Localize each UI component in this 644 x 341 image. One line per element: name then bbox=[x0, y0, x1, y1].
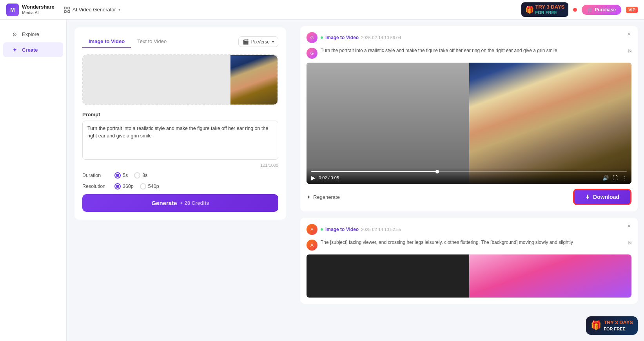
more-options-icon[interactable]: ⋮ bbox=[622, 175, 627, 181]
model-selector[interactable]: 🎬 PixVerse ▾ bbox=[238, 36, 278, 47]
duration-label: Duration bbox=[82, 173, 110, 178]
controls-row: ▶ 0:02 / 0:05 🔊 ⛶ ⋮ bbox=[311, 175, 627, 181]
generate-button[interactable]: Generate + 20 Credits bbox=[82, 194, 278, 212]
video-preview2-right bbox=[469, 254, 632, 298]
result2-header: A Image to Video 2025-02-14 10:52:55 bbox=[307, 224, 631, 235]
svg-rect-1 bbox=[68, 7, 70, 9]
controls-left: ▶ 0:02 / 0:05 bbox=[311, 175, 339, 181]
cart-icon: 🛒 bbox=[587, 7, 593, 13]
download-icon: ⬇ bbox=[585, 194, 590, 200]
try-corner-banner[interactable]: 🎁 TRY 3 DAYS FOR FREE bbox=[586, 316, 638, 335]
try-banner-text: TRY 3 DAYS FOR FREE bbox=[535, 4, 565, 15]
main-layout: ⊙ Explore ✦ Create Image to Video Text t… bbox=[0, 20, 644, 341]
result2-type-label: Image to Video bbox=[325, 227, 359, 232]
resolution-360p[interactable]: 360p bbox=[114, 183, 134, 189]
duration-5s[interactable]: 5s bbox=[114, 172, 128, 179]
progress-bar[interactable] bbox=[311, 171, 627, 172]
grid-icon bbox=[64, 7, 70, 13]
purchase-label: Purchase bbox=[595, 7, 616, 13]
result1-meta: Image to Video 2025-02-14 10:56:04 bbox=[321, 35, 401, 40]
sidebar-item-create[interactable]: ✦ Create bbox=[3, 42, 63, 57]
video-painting bbox=[469, 63, 632, 184]
resolution-label: Resolution bbox=[82, 184, 110, 189]
result1-prompt-text: Turn the portrait into a realistic style… bbox=[321, 48, 625, 53]
duration-row: Duration 5s 8s bbox=[82, 172, 278, 179]
nav-label: AI Video Generator bbox=[73, 7, 116, 13]
resolution-row: Resolution 360p 540p bbox=[82, 183, 278, 189]
tab-image-to-video[interactable]: Image to Video bbox=[82, 35, 131, 48]
close-result-1-button[interactable]: × bbox=[625, 31, 633, 38]
model-name: PixVerse bbox=[251, 39, 270, 45]
volume-icon[interactable]: 🔊 bbox=[602, 175, 609, 181]
prompt-textarea[interactable]: Turn the portrait into a realistic style… bbox=[82, 121, 278, 160]
result1-header: G Image to Video 2025-02-14 10:56:04 bbox=[307, 32, 631, 43]
result2-status-dot bbox=[321, 228, 323, 231]
left-panel: Image to Video Text to Video 🎬 PixVerse … bbox=[67, 20, 294, 341]
regenerate-icon: ✦ bbox=[307, 194, 311, 200]
nav-chevron: ▾ bbox=[118, 7, 120, 12]
nav-ai-video-generator[interactable]: AI Video Generator ▾ bbox=[64, 7, 120, 13]
video-player: ▶ 0:02 / 0:05 🔊 ⛶ ⋮ bbox=[307, 63, 631, 184]
fullscreen-icon[interactable]: ⛶ bbox=[613, 175, 618, 181]
duration-options: 5s 8s bbox=[114, 172, 147, 179]
regenerate-button[interactable]: ✦ Regenerate bbox=[307, 194, 340, 200]
notification-dot[interactable] bbox=[573, 8, 577, 12]
compass-icon: ⊙ bbox=[11, 31, 18, 38]
result2-avatar-2: A bbox=[307, 240, 317, 251]
right-panel: × G Image to Video 2025-02-14 10:56:04 G… bbox=[294, 20, 644, 341]
sidebar-label-explore: Explore bbox=[22, 31, 39, 37]
progress-fill bbox=[311, 171, 437, 172]
result1-status-dot bbox=[321, 36, 323, 39]
image-right-painting bbox=[230, 55, 278, 105]
logo-icon: M bbox=[6, 4, 19, 16]
sidebar-item-explore[interactable]: ⊙ Explore bbox=[3, 27, 63, 41]
copy-icon[interactable]: ⎘ bbox=[628, 48, 631, 54]
tab-row: Image to Video Text to Video 🎬 PixVerse … bbox=[82, 35, 278, 48]
result1-avatar: G bbox=[307, 32, 317, 43]
result2-avatar: A bbox=[307, 224, 317, 235]
gift-icon-header: 🎁 bbox=[525, 5, 534, 14]
radio-5s-circle bbox=[114, 172, 121, 179]
chevron-down-icon: ▾ bbox=[272, 40, 274, 44]
download-button[interactable]: ⬇ Download bbox=[573, 189, 631, 205]
copy-icon-2[interactable]: ⎘ bbox=[628, 240, 631, 246]
try-days-banner[interactable]: 🎁 TRY 3 DAYS FOR FREE bbox=[521, 2, 569, 17]
image-left-placeholder bbox=[83, 55, 230, 105]
credits-badge: + 20 Credits bbox=[180, 200, 209, 206]
tab-text-to-video[interactable]: Text to Video bbox=[131, 35, 173, 48]
result-card-2: × A Image to Video 2025-02-14 10:52:55 A… bbox=[300, 218, 638, 304]
video-controls: ▶ 0:02 / 0:05 🔊 ⛶ ⋮ bbox=[307, 168, 631, 184]
result2-timestamp: 2025-02-14 10:52:55 bbox=[361, 227, 401, 232]
result2-prompt-row: A The [subject] facing viewer, and cross… bbox=[307, 240, 631, 251]
prompt-label: Prompt bbox=[82, 112, 278, 117]
sidebar: ⊙ Explore ✦ Create bbox=[0, 20, 67, 341]
radio-8s-circle bbox=[134, 172, 140, 179]
resolution-540p[interactable]: 540p bbox=[140, 183, 159, 189]
video-preview2-left bbox=[307, 254, 469, 298]
header-right: 🎁 TRY 3 DAYS FOR FREE 🛒 Purchase VIP bbox=[521, 2, 638, 17]
sidebar-label-create: Create bbox=[22, 47, 38, 53]
play-button[interactable]: ▶ bbox=[311, 175, 316, 181]
duration-8s[interactable]: 8s bbox=[134, 172, 147, 179]
purchase-button[interactable]: 🛒 Purchase bbox=[582, 5, 621, 15]
header: M Wondershare Media AI AI Video Generato… bbox=[0, 0, 644, 20]
image-upload-area[interactable] bbox=[82, 54, 278, 105]
pixverse-icon: 🎬 bbox=[243, 39, 249, 45]
logo-text: Wondershare Media AI bbox=[22, 4, 54, 14]
brand-sub: Media AI bbox=[22, 10, 54, 15]
svg-rect-3 bbox=[68, 11, 70, 13]
time-display: 0:02 / 0:05 bbox=[319, 175, 339, 180]
generate-label: Generate bbox=[151, 200, 177, 206]
result2-video-preview bbox=[307, 254, 631, 298]
result1-timestamp: 2025-02-14 10:56:04 bbox=[361, 35, 401, 40]
result2-prompt-text: The [subject] facing viewer, and crossin… bbox=[321, 240, 625, 245]
sparkle-icon: ✦ bbox=[11, 46, 18, 53]
close-result-2-button[interactable]: × bbox=[625, 222, 633, 230]
result1-type-label: Image to Video bbox=[325, 35, 359, 40]
logo[interactable]: M Wondershare Media AI bbox=[6, 4, 54, 16]
svg-rect-2 bbox=[64, 11, 66, 13]
result1-actions: ✦ Regenerate ⬇ Download bbox=[307, 189, 631, 205]
create-panel-card: Image to Video Text to Video 🎬 PixVerse … bbox=[74, 27, 286, 220]
result1-prompt-row: G Turn the portrait into a realistic sty… bbox=[307, 48, 631, 59]
vip-badge: VIP bbox=[626, 7, 638, 13]
